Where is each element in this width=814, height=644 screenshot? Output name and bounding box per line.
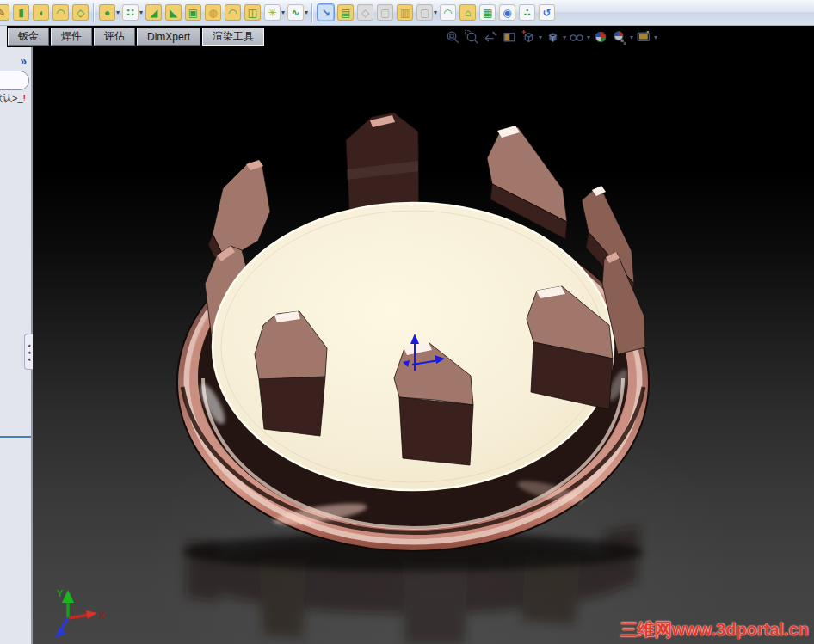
solidworks-window: ✎▮◖◠◇●▾∷▾◢◣▣◍◠◫✳▾∿▾↘▤◇▢▥▢▾◠⌂▦◉∴↺ 钣金焊件评估D…	[0, 0, 814, 644]
edit-appearance-icon[interactable]	[592, 28, 609, 46]
indent-icon[interactable]: ⌂	[459, 4, 476, 21]
command-manager-tabs: 钣金焊件评估DimXpert渲染工具 ▾▾▾▾▾	[0, 26, 814, 47]
toolbar-separator	[311, 3, 313, 22]
shell-icon[interactable]: ▣	[185, 4, 201, 21]
freeform-icon-dropdown[interactable]: ▾	[281, 9, 285, 16]
configuration-text: 默认>	[0, 93, 17, 103]
draft-icon[interactable]: ◢	[145, 4, 162, 21]
command-tab-2[interactable]: 评估	[94, 28, 135, 46]
expand-panel-button[interactable]: »	[20, 55, 27, 67]
flex-icon[interactable]: ∿	[287, 4, 304, 21]
instant3d-icon[interactable]: ↘	[318, 4, 334, 21]
zoom-fit-icon[interactable]	[444, 28, 461, 46]
tabrow-left-cap	[0, 26, 7, 47]
dome-icon[interactable]: ◠	[225, 4, 241, 21]
boundary-boss-icon[interactable]: ▢	[377, 4, 393, 21]
view-settings-icon-dropdown[interactable]: ▾	[654, 34, 657, 41]
curves-icon[interactable]: ◇	[357, 4, 373, 21]
view-settings-icon[interactable]	[635, 28, 652, 46]
linear-pattern-icon-dropdown[interactable]: ▾	[139, 9, 143, 16]
command-tab-0[interactable]: 钣金	[8, 28, 49, 46]
panel-divider	[0, 436, 31, 438]
linear-pattern-icon[interactable]: ∷	[122, 4, 139, 21]
pattern-table-icon[interactable]: ▦	[479, 4, 496, 21]
heads-up-view-toolbar: ▾▾▾▾▾	[443, 28, 658, 46]
previous-view-icon[interactable]	[482, 28, 499, 46]
feature-manager-panel: » 默认>_! ◂◂◂	[0, 47, 33, 644]
convert-entities-icon[interactable]: ▢	[416, 4, 433, 21]
reference-triad: Y X	[55, 588, 106, 638]
reference-geometry-icon[interactable]: ▤	[337, 4, 354, 21]
dome-feature-icon[interactable]: ◠	[440, 4, 456, 21]
features-toolbar: ✎▮◖◠◇●▾∷▾◢◣▣◍◠◫✳▾∿▾↘▤◇▢▥▢▾◠⌂▦◉∴↺	[0, 0, 814, 26]
svg-text:X: X	[99, 610, 106, 621]
toolbar-separator	[93, 3, 95, 22]
view-orientation-icon-dropdown[interactable]: ▾	[539, 34, 542, 41]
zoom-area-icon[interactable]	[463, 28, 480, 46]
display-style-icon-dropdown[interactable]: ▾	[563, 34, 566, 41]
chamfer-icon[interactable]: ◣	[165, 4, 182, 21]
graphics-viewport[interactable]: Y X 三维网www.3dportal.cn	[33, 47, 814, 644]
svg-text:Y: Y	[57, 588, 64, 598]
command-tab-3[interactable]: DimXpert	[137, 28, 200, 46]
fillet-icon[interactable]: ●	[99, 4, 115, 21]
sketch-tool-icon[interactable]: ✎	[0, 4, 9, 21]
revolved-boss-icon[interactable]: ◖	[33, 4, 49, 21]
freeform-icon[interactable]: ✳	[264, 4, 281, 21]
lofted-boss-icon[interactable]: ◇	[72, 4, 89, 21]
flex-icon-dropdown[interactable]: ▾	[305, 9, 308, 16]
command-tab-1[interactable]: 焊件	[51, 28, 92, 46]
3d-model-canvas[interactable]: Y X	[33, 47, 814, 644]
collapsed-panel-pill[interactable]	[0, 71, 29, 90]
apply-scene-icon-dropdown[interactable]: ▾	[630, 34, 633, 41]
convert-entities-icon-dropdown[interactable]: ▾	[434, 9, 437, 16]
alert-mark: !	[23, 93, 27, 103]
panel-splitter-handle[interactable]: ◂◂◂	[24, 334, 33, 370]
hide-show-items-icon-dropdown[interactable]: ▾	[587, 34, 590, 41]
sketch-driven-pattern-icon[interactable]: ∴	[519, 4, 535, 21]
configuration-label: 默认>_!	[0, 92, 38, 105]
command-tab-4[interactable]: 渲染工具	[202, 28, 264, 46]
watermark: 三维网www.3dportal.cn	[620, 618, 809, 641]
curve-driven-pattern-icon[interactable]: ↺	[539, 4, 555, 21]
mirror-icon[interactable]: ◫	[244, 4, 261, 21]
extruded-boss-icon[interactable]: ▮	[13, 4, 29, 21]
section-view-icon[interactable]	[501, 28, 518, 46]
swept-boss-icon[interactable]: ◠	[52, 4, 69, 21]
display-style-icon[interactable]	[544, 28, 561, 46]
fill-pattern-icon[interactable]: ◉	[499, 4, 515, 21]
fillet-icon-dropdown[interactable]: ▾	[116, 9, 120, 16]
sheet-metal-icon[interactable]: ▥	[397, 4, 413, 21]
hide-show-items-icon[interactable]	[568, 28, 585, 46]
wrap-icon[interactable]: ◍	[205, 4, 221, 21]
apply-scene-icon[interactable]	[611, 28, 628, 46]
view-orientation-icon[interactable]	[520, 28, 537, 46]
